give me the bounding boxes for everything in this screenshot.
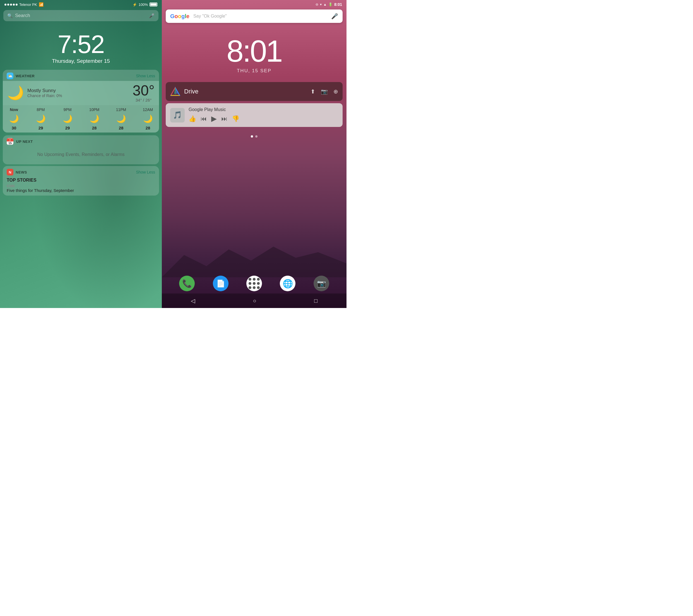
- android-clock: 8:01: [162, 36, 346, 66]
- hourly-temp-4: 28: [113, 125, 130, 130]
- drive-add-icon[interactable]: ⊕: [333, 88, 338, 95]
- weather-main-info: 🌙 Mostly Sunny Chance of Rain: 0% 30° 34…: [3, 81, 159, 105]
- recents-button[interactable]: □: [314, 298, 317, 304]
- page-indicators: [162, 135, 346, 138]
- mic-icon[interactable]: 🎤: [149, 13, 155, 18]
- hourly-icon-5: 🌙: [139, 114, 156, 123]
- drive-upload-icon[interactable]: ⬆: [311, 88, 315, 95]
- upnext-title: UP NEXT: [16, 139, 33, 144]
- drive-icon: [170, 86, 180, 97]
- android-clock-area: 8:01 THU, 15 SEP: [162, 24, 346, 76]
- ios-clock-area: 7:52 Thursday, September 15: [0, 23, 162, 67]
- google-logo: Google: [170, 13, 190, 20]
- play-icon[interactable]: ▶: [211, 114, 217, 123]
- hourly-temp-2: 29: [59, 125, 76, 130]
- dock-camera[interactable]: 📷: [314, 276, 329, 291]
- news-source: CNN: [7, 184, 155, 188]
- dock-apps[interactable]: [246, 276, 262, 291]
- weather-widget-header: ⛅ WEATHER Show Less: [3, 70, 159, 81]
- hourly-icon-1: 🌙: [32, 114, 49, 123]
- page-dot-2: [255, 135, 258, 138]
- music-notification: 🎵 Google Play Music 👍 ⏮ ▶ ⏭ 👎: [166, 103, 342, 127]
- bluetooth-icon: ⚡: [133, 2, 137, 7]
- weather-show-less[interactable]: Show Less: [136, 74, 155, 78]
- android-date: THU, 15 SEP: [162, 68, 346, 74]
- weather-current-temp: 30°: [133, 83, 155, 98]
- weather-rain: Chance of Rain: 0%: [27, 94, 62, 98]
- dnd-icon: ⊖: [316, 2, 318, 6]
- drive-actions: ⬆ 📷 ⊕: [311, 88, 338, 95]
- google-search-placeholder: Say "Ok Google": [193, 14, 331, 19]
- hourly-temp-0: 30: [5, 125, 22, 130]
- dock-phone[interactable]: 📞: [179, 276, 195, 291]
- upnext-header: ● 15 UP NEXT: [3, 135, 159, 146]
- android-dock: 📞 📄 🌐 📷: [162, 276, 346, 291]
- weather-condition: Mostly Sunny: [27, 88, 62, 94]
- weather-left: 🌙 Mostly Sunny Chance of Rain: 0%: [7, 85, 62, 101]
- music-art: 🎵: [170, 108, 185, 122]
- signal-dots: [4, 4, 18, 5]
- news-show-less[interactable]: Show Less: [136, 170, 155, 174]
- weather-widget: ⛅ WEATHER Show Less 🌙 Mostly Sunny Chanc…: [3, 70, 159, 133]
- ios-status-right: ⚡ 100%: [133, 2, 157, 7]
- carrier-name: Telenor PK: [19, 2, 37, 7]
- android-panel: ⊖ ▾ ▲ 🔋 8:01 Google Say "Ok Google" 🎤 8:…: [162, 0, 346, 308]
- news-widget: N NEWS Show Less TOP STORIES CNN Five th…: [3, 166, 159, 196]
- ios-carrier-info: Telenor PK 📶: [4, 2, 43, 7]
- signal-icon: ▲: [323, 2, 327, 6]
- google-mic-icon[interactable]: 🎤: [331, 13, 338, 20]
- ios-panel: Telenor PK 📶 ⚡ 100% 🔍 Search 🎤 7:52 Thur…: [0, 0, 162, 308]
- weather-title: WEATHER: [16, 74, 35, 78]
- weather-hourly: Now 8PM 9PM 10PM 11PM 12AM 🌙 🌙 🌙 🌙 🌙 🌙 3…: [3, 105, 159, 133]
- hourly-icon-0: 🌙: [5, 114, 22, 123]
- next-track-icon[interactable]: ⏭: [221, 115, 227, 122]
- news-headline: Five things for Thursday, September: [7, 188, 155, 193]
- dock-docs[interactable]: 📄: [213, 276, 229, 291]
- hourly-label-5: 12AM: [139, 107, 156, 112]
- back-button[interactable]: ◁: [191, 297, 195, 304]
- news-title: NEWS: [16, 170, 27, 174]
- google-search-bar[interactable]: Google Say "Ok Google" 🎤: [166, 9, 342, 23]
- mountain-silhouette: [162, 244, 346, 277]
- calendar-icon: ● 15: [7, 138, 13, 145]
- hourly-label-1: 8PM: [32, 107, 49, 112]
- wifi-icon: 📶: [39, 2, 43, 7]
- android-nav-bar: ◁ ○ □: [162, 294, 346, 308]
- news-header: N NEWS Show Less: [3, 166, 159, 177]
- hourly-icon-4: 🌙: [113, 114, 130, 123]
- moon-icon: 🌙: [7, 85, 24, 101]
- drive-camera-icon[interactable]: 📷: [321, 88, 328, 95]
- android-status-time: 8:01: [334, 2, 342, 7]
- battery-bar: [150, 2, 157, 6]
- hourly-temps: 30 29 29 28 28 28: [5, 125, 156, 130]
- page-dot-1: [251, 135, 253, 138]
- thumbs-down-icon[interactable]: 👎: [232, 115, 239, 122]
- upnext-widget: ● 15 UP NEXT No Upcoming Events, Reminde…: [3, 135, 159, 164]
- ios-search-bar[interactable]: 🔍 Search 🎤: [3, 10, 158, 21]
- weather-temp-range: 34° / 26°: [133, 98, 155, 102]
- news-header-left: N NEWS: [7, 169, 27, 176]
- music-info: Google Play Music 👍 ⏮ ▶ ⏭ 👎: [189, 107, 338, 123]
- weather-description: Mostly Sunny Chance of Rain: 0%: [27, 88, 62, 98]
- hourly-temp-3: 28: [86, 125, 103, 130]
- dock-chrome[interactable]: 🌐: [280, 276, 295, 291]
- hourly-icon-3: 🌙: [86, 114, 103, 123]
- music-controls: 👍 ⏮ ▶ ⏭ 👎: [189, 114, 338, 123]
- hourly-label-3: 10PM: [86, 107, 103, 112]
- news-app-icon: N: [7, 169, 13, 176]
- ios-clock: 7:52: [0, 32, 162, 57]
- hourly-label-2: 9PM: [59, 107, 76, 112]
- top-stories-label: TOP STORIES: [7, 178, 155, 183]
- android-status-bar: ⊖ ▾ ▲ 🔋 8:01: [162, 0, 346, 8]
- hourly-temp-5: 28: [139, 125, 156, 130]
- upnext-empty-text: No Upcoming Events, Reminders, or Alarms: [3, 146, 159, 160]
- android-wifi-icon: ▾: [320, 2, 322, 6]
- prev-track-icon[interactable]: ⏮: [201, 115, 207, 122]
- battery-icon: 🔋: [329, 2, 333, 6]
- home-button[interactable]: ○: [253, 298, 256, 304]
- svg-marker-5: [162, 246, 346, 277]
- search-icon: 🔍: [7, 13, 13, 18]
- ios-status-bar: Telenor PK 📶 ⚡ 100%: [0, 0, 162, 9]
- hourly-icons: 🌙 🌙 🌙 🌙 🌙 🌙: [5, 114, 156, 123]
- thumbs-up-icon[interactable]: 👍: [189, 115, 196, 122]
